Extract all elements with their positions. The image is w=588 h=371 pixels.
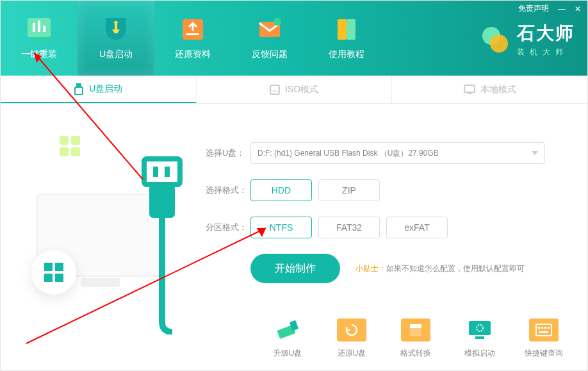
brand-title: 石大师 [517,21,575,45]
usb-selected-value: D:F: (hd1) General USB Flash Disk （U盘）27… [257,148,439,159]
tool-label: 还原U盘 [338,348,366,359]
usb-cable-icon [121,155,204,334]
tip-body: 如果不知道怎么配置，使用默认配置即可 [386,264,525,273]
tool-label: 升级U盘 [274,348,302,359]
row-select-format: 选择格式： HDD ZIP [206,179,568,201]
svg-rect-17 [464,85,475,92]
svg-rect-19 [60,136,69,145]
svg-rect-20 [71,136,80,145]
usb-dropdown[interactable]: D:F: (hd1) General USB Flash Disk （U盘）27… [250,142,545,164]
svg-rect-1 [33,23,35,32]
nav-tutorial[interactable]: 使用教程 [308,1,385,76]
tab-label: 本地模式 [480,84,516,95]
chevron-down-icon [532,151,538,155]
svg-rect-39 [538,327,540,329]
svg-rect-40 [541,327,543,329]
usb-label: 选择U盘： [206,147,250,159]
svg-point-12 [490,35,508,53]
nav-label: 一键重装 [21,49,57,60]
tab-usb-boot[interactable]: U盘启动 [1,76,197,103]
format-hdd[interactable]: HDD [250,179,312,201]
minimize-button[interactable]: — [558,4,566,13]
feedback-icon [254,17,285,42]
restore-usb-icon [337,318,366,342]
svg-rect-25 [44,274,53,282]
tool-label: 快捷键查询 [525,348,563,359]
tool-label: 模拟启动 [464,348,495,359]
svg-rect-26 [55,274,63,282]
format-convert-icon [401,318,430,342]
svg-rect-9 [338,19,347,40]
reinstall-icon [24,17,54,42]
nav-label: 使用教程 [329,49,364,60]
close-button[interactable]: ✕ [575,4,581,13]
main-content: 选择U盘： D:F: (hd1) General USB Flash Disk … [1,104,587,370]
svg-rect-4 [31,38,47,41]
svg-rect-10 [347,19,355,40]
svg-rect-23 [44,263,53,271]
start-button[interactable]: 开始制作 [250,254,340,283]
tab-iso-mode[interactable]: ISO ISO模式 [197,76,393,103]
svg-rect-34 [410,324,421,328]
iso-icon: ISO [270,85,280,95]
windows-icon [43,261,65,283]
restore-icon [177,17,208,42]
nav-restore[interactable]: 还原资料 [154,1,231,76]
usb-boot-icon [101,17,131,42]
nav-label: U盘启动 [99,49,133,60]
format-zip[interactable]: ZIP [318,179,380,201]
subtabs: U盘启动 ISO ISO模式 本地模式 [1,76,587,104]
titlebar: 免责声明 — ✕ [518,3,581,14]
decorative-panel [1,104,193,370]
app-window: 免责声明 — ✕ 一键重装 U盘启动 还原资料 [0,0,588,371]
tool-simulate-boot[interactable]: 模拟启动 [455,318,504,359]
svg-rect-41 [544,327,546,329]
svg-rect-43 [539,331,548,333]
nav-label: 还原资料 [175,49,211,60]
tool-hotkey-query[interactable]: 快捷键查询 [519,318,568,359]
svg-rect-29 [165,167,170,177]
tab-local-mode[interactable]: 本地模式 [392,76,587,103]
main-nav: 一键重装 U盘启动 还原资料 反馈问题 [1,1,385,76]
svg-point-8 [274,18,281,26]
svg-rect-35 [469,321,491,335]
partition-fat32[interactable]: FAT32 [318,217,380,238]
partition-label: 分区格式： [206,222,250,233]
svg-text:ISO: ISO [272,89,279,93]
windows-decor-icon [57,133,83,159]
partition-exfat[interactable]: exFAT [386,217,448,238]
svg-rect-6 [186,33,199,35]
nav-feedback[interactable]: 反馈问题 [231,1,308,76]
topbar: 免责声明 — ✕ 一键重装 U盘启动 还原资料 [1,1,587,76]
disclaimer-link[interactable]: 免责声明 [518,3,549,14]
svg-rect-22 [71,147,80,156]
tab-label: U盘启动 [89,83,122,95]
decor-windows-badge [31,250,76,295]
hotkey-icon [529,318,559,342]
svg-rect-27 [144,159,180,185]
nav-reinstall[interactable]: 一键重装 [1,1,78,76]
action-row: 开始制作 小贴士：如果不知道怎么配置，使用默认配置即可 [250,254,568,283]
tool-restore-usb[interactable]: 还原U盘 [327,318,376,359]
partition-ntfs[interactable]: NTFS [250,217,312,238]
brand-subtitle: 装机大师 [517,47,575,58]
svg-rect-28 [153,167,158,177]
tool-upgrade-usb[interactable]: 升级U盘 [263,318,312,359]
upgrade-usb-icon [273,318,302,342]
usb-icon [74,83,84,95]
format-label: 选择格式： [206,185,250,196]
nav-label: 反馈问题 [252,49,288,60]
svg-rect-18 [468,93,471,94]
svg-rect-42 [548,327,550,329]
nav-usb-boot[interactable]: U盘启动 [78,1,154,76]
svg-rect-3 [43,26,45,32]
tutorial-icon [331,17,362,42]
tip-text: 小贴士：如果不知道怎么配置，使用默认配置即可 [355,263,525,274]
simulate-boot-icon [465,318,494,342]
tab-label: ISO模式 [285,84,318,95]
tool-format-convert[interactable]: 格式转换 [391,318,440,359]
svg-rect-30 [149,185,175,218]
tip-label: 小贴士： [355,264,386,273]
monitor-icon [464,85,475,95]
row-select-usb: 选择U盘： D:F: (hd1) General USB Flash Disk … [206,142,568,164]
